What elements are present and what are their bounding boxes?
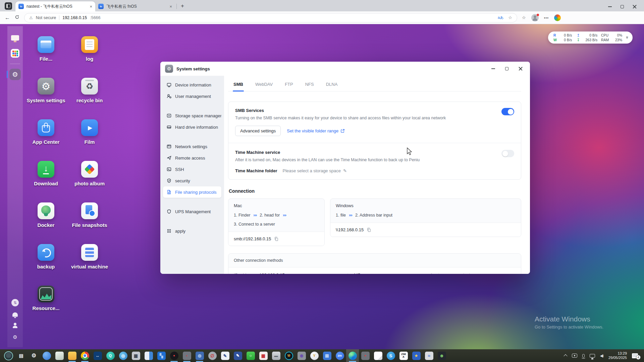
desktop-icon-file-manager[interactable]: File... bbox=[24, 36, 68, 78]
chevron-down-icon[interactable]: » bbox=[625, 36, 630, 39]
browser-tab-inactive[interactable]: fn 飞牛私有云 fnOS × bbox=[95, 1, 175, 11]
mic-device-icon[interactable]: ▪ bbox=[180, 349, 193, 362]
sidebar-item-device-information[interactable]: Device information bbox=[163, 79, 221, 90]
desktop-icon-app-center[interactable]: App Center bbox=[24, 119, 68, 161]
desktop-icon-resource-monitor[interactable]: Resource... bbox=[24, 286, 68, 327]
build-tools-icon[interactable]: ⚒ bbox=[282, 349, 295, 362]
desktop-icon-log[interactable]: log bbox=[68, 36, 111, 78]
app-grid-icon[interactable] bbox=[9, 48, 21, 59]
desktop-icon-photo-album[interactable]: photo album bbox=[68, 161, 111, 202]
sidebar-item-ups-management[interactable]: UPS Management bbox=[163, 206, 221, 217]
bookmark-star-icon[interactable]: ☆ bbox=[508, 15, 512, 20]
blocks-app-icon[interactable]: ▚ bbox=[155, 349, 168, 362]
user-icon[interactable] bbox=[12, 323, 18, 328]
file-explorer-icon[interactable] bbox=[66, 349, 78, 362]
maximize-icon[interactable] bbox=[621, 5, 624, 8]
tab-close-icon[interactable]: × bbox=[90, 4, 92, 9]
browser-tab-active[interactable]: fn nastest - 飞牛私有云fnOS × bbox=[15, 1, 95, 11]
chevron-up-icon[interactable] bbox=[564, 354, 567, 358]
desktop-icon-recycle-bin[interactable]: recycle bin bbox=[68, 78, 111, 119]
volume-icon[interactable]: ◀) bbox=[600, 354, 603, 358]
taskbar-clock[interactable]: 13:29 29/05/2025 bbox=[608, 351, 627, 360]
desktop-icon-virtual-machine[interactable]: virtual machine bbox=[68, 244, 111, 286]
teamviewer-icon[interactable]: ↔ bbox=[91, 349, 104, 362]
sidebar-item-file-sharing-protocols[interactable]: File sharing protocols bbox=[163, 186, 221, 198]
tab-actions-menu-icon[interactable] bbox=[5, 2, 12, 10]
vault-app-icon[interactable] bbox=[142, 349, 155, 362]
copy-icon[interactable] bbox=[367, 228, 371, 232]
refresh-icon[interactable] bbox=[15, 15, 19, 20]
sidebar-item-storage-space[interactable]: Storage space management bbox=[163, 110, 221, 121]
desktop-icon-film[interactable]: Film bbox=[68, 119, 111, 161]
cast-icon[interactable] bbox=[572, 354, 577, 358]
smb-services-toggle[interactable] bbox=[501, 108, 514, 115]
tab-webdav[interactable]: WebDAV bbox=[255, 82, 273, 91]
tab-smb[interactable]: SMB bbox=[233, 82, 243, 91]
desktop-monitor-icon[interactable] bbox=[9, 32, 21, 44]
network-display-icon[interactable] bbox=[590, 354, 595, 358]
settings-gear-icon[interactable]: ⚙ bbox=[28, 349, 40, 362]
edge-browser-icon[interactable] bbox=[346, 349, 359, 362]
sidebar-item-user-management[interactable]: User management bbox=[163, 90, 221, 102]
visible-folder-range-link[interactable]: Set the visible folder range bbox=[287, 128, 345, 133]
sidebar-item-security[interactable]: security bbox=[163, 175, 221, 186]
window-minimize-icon[interactable] bbox=[491, 68, 495, 69]
zoom-app-icon[interactable]: zm bbox=[333, 349, 346, 362]
notification-bell-icon[interactable] bbox=[12, 312, 18, 317]
screen-recorder-icon[interactable]: ● bbox=[359, 349, 372, 362]
tab-close-icon[interactable]: × bbox=[169, 4, 172, 9]
chrome-icon[interactable] bbox=[78, 349, 91, 362]
sidebar-item-remote-access[interactable]: Remote access bbox=[163, 152, 221, 164]
notification-icon[interactable]: 4 bbox=[632, 353, 638, 358]
text-document-icon[interactable] bbox=[372, 349, 384, 362]
profile-avatar[interactable] bbox=[531, 14, 539, 21]
copilot-icon[interactable] bbox=[554, 14, 561, 21]
task-layout-icon[interactable]: ▤ bbox=[15, 349, 28, 362]
tab-ftp[interactable]: FTP bbox=[285, 82, 293, 91]
window-maximize-icon[interactable] bbox=[505, 67, 508, 70]
skype-icon[interactable]: S bbox=[384, 349, 397, 362]
media-player-icon[interactable]: ◎ bbox=[117, 349, 129, 362]
security-label[interactable]: Not secure bbox=[36, 15, 56, 20]
sidebar-item-hard-drive[interactable]: Hard drive information bbox=[163, 121, 221, 133]
url-input[interactable]: ⚠ Not secure 192.168.0.15 :5666 aあ ☆ bbox=[24, 13, 517, 22]
user-avatar-icon[interactable]: ☻ bbox=[435, 349, 448, 362]
new-tab-button[interactable]: + bbox=[181, 3, 184, 9]
start-button[interactable] bbox=[2, 349, 15, 362]
desktop-icon-backup[interactable]: backup bbox=[24, 244, 68, 286]
disk-tool-icon[interactable]: ▬ bbox=[270, 349, 282, 362]
tab-dlna[interactable]: DLNA bbox=[326, 82, 338, 91]
calculator-icon[interactable]: ▦ bbox=[129, 349, 142, 362]
sidebar-item-ssh[interactable]: SSH bbox=[163, 164, 221, 175]
back-icon[interactable]: ← bbox=[5, 15, 10, 20]
advanced-settings-button[interactable]: Advanced settings bbox=[235, 126, 281, 136]
time-machine-folder-select[interactable]: Please select a storage space ✎ bbox=[282, 168, 346, 173]
desktop-icon-system-settings[interactable]: System settings bbox=[24, 78, 68, 119]
browser-menu-icon[interactable]: ••• bbox=[544, 16, 549, 20]
monitor-graph-icon[interactable]: ≈ bbox=[423, 349, 435, 362]
copy-icon[interactable] bbox=[274, 237, 278, 241]
microphone-icon[interactable] bbox=[582, 354, 585, 358]
time-machine-toggle[interactable] bbox=[501, 150, 514, 157]
system-settings-gear-icon[interactable]: ⚙ bbox=[9, 69, 21, 80]
close-icon[interactable] bbox=[633, 5, 637, 9]
green-app-icon[interactable]: ○ bbox=[244, 349, 257, 362]
cad-app-icon[interactable]: ✎ bbox=[231, 349, 244, 362]
pc-star-icon[interactable]: ★ bbox=[410, 349, 423, 362]
window-titlebar[interactable]: ⚙ System settings bbox=[160, 62, 530, 76]
translate-icon[interactable]: aあ bbox=[498, 15, 503, 20]
clock-app-icon[interactable]: Y bbox=[308, 349, 321, 362]
favorites-bar-icon[interactable]: ☆ bbox=[522, 15, 526, 20]
design-tool-icon[interactable]: ✎ bbox=[219, 349, 231, 362]
desktop-icon-file-snapshots[interactable]: File snapshots bbox=[68, 202, 111, 244]
tab-nfs[interactable]: NFS bbox=[305, 82, 314, 91]
sidebar-item-network-settings[interactable]: Network settings bbox=[163, 141, 221, 152]
notepad-app-icon[interactable] bbox=[53, 349, 66, 362]
performance-monitor-widget[interactable]: R 0 B/s ↥ 0 B/s CPU 0% W 0 B/s ↧ 263 B/s… bbox=[548, 32, 633, 44]
obs-icon[interactable]: ● bbox=[168, 349, 180, 362]
network-search-icon[interactable]: ◎ bbox=[193, 349, 206, 362]
qr-tool-icon[interactable]: ▦ bbox=[257, 349, 270, 362]
qq-app-icon[interactable]: Q bbox=[104, 349, 117, 362]
transfer-icon[interactable]: ⇅ bbox=[11, 299, 19, 306]
settings-small-icon[interactable]: ⚙ bbox=[13, 334, 17, 340]
